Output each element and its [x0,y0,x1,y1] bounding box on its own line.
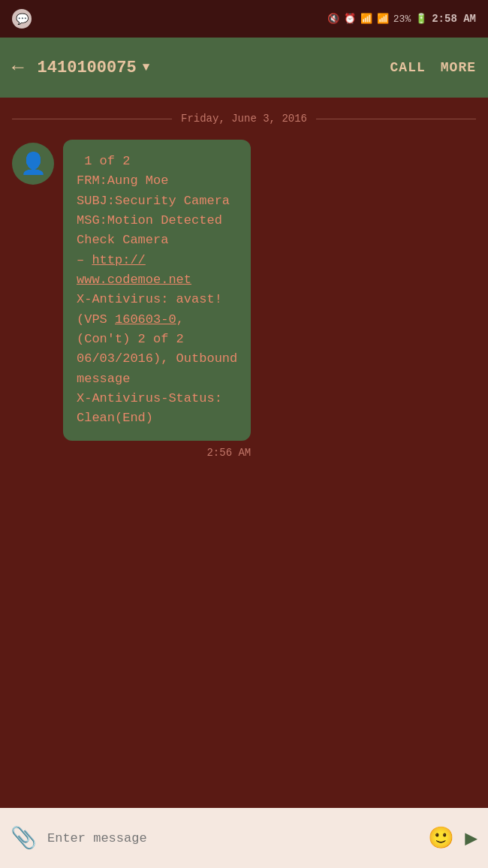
message-bubble: 1 of 2 FRM:Aung Moe SUBJ:Security Camera… [63,140,251,441]
mute-icon: 🔇 [327,13,339,25]
input-bar: 📎 🙂 ▶ [0,808,488,868]
avatar-person-icon: 👤 [20,151,47,176]
message-input[interactable] [47,831,417,845]
dropdown-icon[interactable]: ▼ [143,61,150,74]
contact-number-display[interactable]: 1410100075 ▼ [38,59,381,77]
date-separator: Friday, June 3, 2016 [12,113,476,125]
message-link-1[interactable]: http:// www.codemoe.net [77,253,191,287]
alarm-icon: ⏰ [344,13,356,25]
message-bubble-container: 1 of 2 FRM:Aung Moe SUBJ:Security Camera… [63,140,251,459]
wifi-icon: 📶 [360,13,372,25]
messenger-notification-icon: 💬 [12,9,32,29]
battery-percent: 23% [393,14,411,25]
date-text: Friday, June 3, 2016 [181,113,307,125]
nav-actions: CALL MORE [390,60,476,75]
date-line-right [316,119,476,119]
battery-icon: 🔋 [415,13,427,25]
message-text: 1 of 2 FRM:Aung Moe SUBJ:Security Camera… [77,154,237,425]
status-bar-right: 🔇 ⏰ 📶 📶 23% 🔋 2:58 AM [327,13,476,25]
emoji-icon[interactable]: 🙂 [428,825,454,851]
message-timestamp: 2:56 AM [63,447,251,459]
clock: 2:58 AM [432,13,476,25]
message-link-2[interactable]: 160603-0 [115,312,176,327]
chat-area: Friday, June 3, 2016 👤 1 of 2 FRM:Aung M… [0,98,488,808]
status-bar: 💬 🔇 ⏰ 📶 📶 23% 🔋 2:58 AM [0,0,488,38]
message-row: 👤 1 of 2 FRM:Aung Moe SUBJ:Security Came… [12,140,476,459]
back-button[interactable]: ← [12,56,24,79]
send-button[interactable]: ▶ [465,825,477,851]
nav-bar: ← 1410100075 ▼ CALL MORE [0,38,488,98]
attach-icon[interactable]: 📎 [11,825,37,851]
signal-icon: 📶 [377,13,389,25]
call-button[interactable]: CALL [390,60,426,75]
more-button[interactable]: MORE [441,60,476,75]
contact-number-text: 1410100075 [38,59,137,77]
status-bar-left: 💬 [12,9,32,29]
date-line-left [12,119,172,119]
avatar: 👤 [12,143,54,185]
